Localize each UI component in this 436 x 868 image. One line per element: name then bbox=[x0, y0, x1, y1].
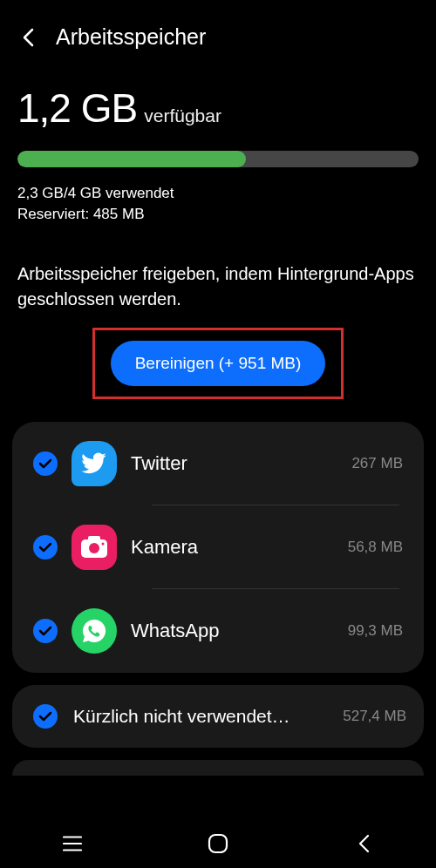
svg-rect-7 bbox=[209, 835, 227, 852]
free-memory-description: Arbeitsspeicher freigeben, indem Hinterg… bbox=[0, 234, 436, 328]
available-memory-label: verfügbar bbox=[144, 105, 221, 126]
svg-rect-1 bbox=[88, 536, 100, 541]
back-nav-icon[interactable] bbox=[329, 834, 399, 853]
available-memory-value: 1,2 GB bbox=[17, 85, 137, 132]
back-icon[interactable] bbox=[17, 27, 38, 48]
app-list-card: Twitter267 MBKamera56,8 MBWhatsApp99,3 M… bbox=[12, 422, 424, 673]
whatsapp-icon bbox=[72, 608, 117, 654]
app-size: 99,3 MB bbox=[348, 622, 403, 640]
recent-unused-label: Kürzlich nicht verwendet… bbox=[73, 706, 327, 727]
camera-icon bbox=[72, 525, 117, 570]
recent-unused-row[interactable]: Kürzlich nicht verwendet… 527,4 MB bbox=[12, 685, 424, 748]
svg-point-3 bbox=[102, 542, 105, 545]
partial-card bbox=[12, 760, 424, 776]
app-row[interactable]: WhatsApp99,3 MB bbox=[12, 589, 424, 673]
home-nav-icon[interactable] bbox=[183, 833, 253, 854]
navigation-bar bbox=[0, 819, 436, 868]
app-name: Twitter bbox=[131, 452, 337, 475]
page-title: Arbeitsspeicher bbox=[56, 24, 206, 50]
twitter-icon bbox=[72, 441, 117, 486]
app-row[interactable]: Kamera56,8 MB bbox=[12, 505, 424, 589]
app-size: 56,8 MB bbox=[348, 539, 403, 556]
checkbox-checked-icon[interactable] bbox=[33, 451, 58, 476]
app-name: Kamera bbox=[131, 536, 334, 559]
memory-reserved-text: Reserviert: 485 MB bbox=[17, 204, 419, 225]
memory-progress-bar bbox=[17, 151, 419, 167]
memory-usage-text: 2,3 GB/4 GB verwendet bbox=[17, 183, 419, 204]
clean-button[interactable]: Bereinigen (+ 951 MB) bbox=[111, 341, 326, 386]
app-size: 267 MB bbox=[351, 455, 403, 472]
app-row[interactable]: Twitter267 MB bbox=[12, 422, 424, 505]
app-name: WhatsApp bbox=[131, 620, 334, 642]
checkbox-checked-icon[interactable] bbox=[33, 535, 58, 559]
recents-nav-icon[interactable] bbox=[37, 836, 107, 851]
recent-unused-size: 527,4 MB bbox=[343, 708, 406, 725]
svg-point-2 bbox=[89, 543, 99, 553]
checkbox-checked-icon[interactable] bbox=[33, 619, 58, 643]
highlight-annotation: Bereinigen (+ 951 MB) bbox=[92, 328, 344, 399]
checkbox-checked-icon[interactable] bbox=[33, 704, 58, 729]
